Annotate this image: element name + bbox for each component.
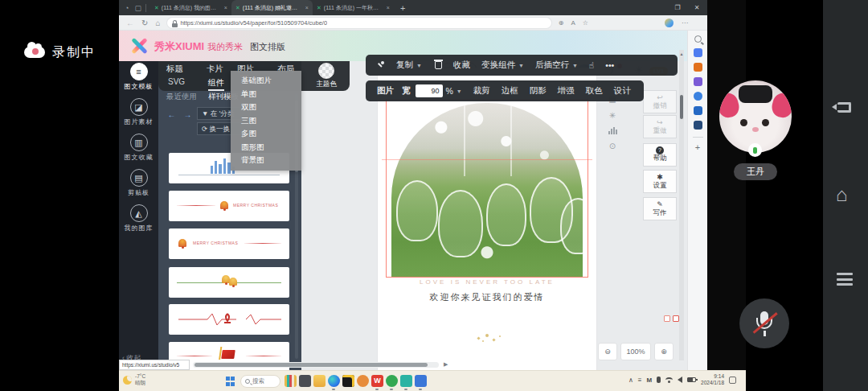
pick-color-button[interactable]: 取色 — [586, 85, 603, 97]
undo-button[interactable]: ↩ 撤销 — [643, 90, 677, 113]
caption-english[interactable]: LOVE IS NEVER TOO LATE — [378, 278, 596, 286]
home-icon[interactable]: ⌂ — [155, 19, 160, 27]
tab-close-icon[interactable]: × — [224, 5, 227, 10]
horizontal-scrollbar[interactable] — [193, 362, 439, 368]
menu-item-single-image[interactable]: 单图 — [231, 88, 301, 101]
crop-button[interactable]: 裁剪 — [473, 85, 490, 97]
sidebar-search-icon[interactable] — [694, 35, 702, 43]
template-card-gold-bells[interactable] — [169, 267, 289, 298]
taskbar-app-wps[interactable]: W — [371, 375, 383, 387]
insert-line-button[interactable]: 后插空行 — [535, 60, 569, 71]
taskbar-app-chat[interactable] — [357, 375, 369, 387]
window-close-button[interactable]: ✕ — [688, 0, 706, 15]
shadow-button[interactable]: 阴影 — [530, 85, 547, 97]
tab-component[interactable]: 组件 — [208, 77, 224, 91]
insert-caret-icon[interactable]: ▼ — [572, 63, 578, 68]
workspace-icon[interactable]: ◔ — [125, 4, 129, 12]
help-button[interactable]: ? 帮助 — [643, 143, 677, 167]
taskbar-app-wechat[interactable] — [386, 375, 398, 387]
tray-speaker-icon[interactable] — [678, 377, 682, 383]
window-restore-button[interactable]: ❐ — [669, 0, 686, 15]
sidebar-outlook-icon[interactable] — [694, 106, 702, 115]
tray-battery-icon[interactable] — [687, 377, 696, 382]
sidebar-people-icon[interactable] — [694, 77, 702, 86]
canvas-scrollbar[interactable]: ▲ — [679, 50, 684, 360]
hscroll-right-icon[interactable]: ▶ — [444, 361, 448, 368]
xiumi-logo[interactable] — [129, 36, 149, 56]
tab-close-icon[interactable]: × — [387, 5, 390, 10]
border-button[interactable]: 边框 — [502, 85, 518, 97]
rail-item-templates[interactable]: ≡ 图文模板 — [119, 63, 158, 91]
copy-button[interactable]: 复制 — [396, 60, 413, 71]
sidebar-shopping-icon[interactable] — [694, 63, 702, 72]
scrollbar-thumb[interactable] — [680, 95, 683, 119]
width-caret-icon[interactable]: ▼ — [457, 88, 462, 94]
tab-svg[interactable]: SVG — [168, 77, 185, 86]
tray-mic-icon[interactable] — [657, 377, 661, 383]
redo-button[interactable]: ↪ 重做 — [643, 115, 677, 138]
filter-tab-recent[interactable]: 最近使用 — [166, 92, 197, 102]
rail-item-image-assets[interactable]: ◪ 图片素材 — [119, 98, 158, 126]
webcam-avatar[interactable] — [719, 80, 792, 153]
element-copy-mini-icon[interactable] — [664, 315, 670, 322]
menu-item-double-image[interactable]: 双图 — [231, 101, 301, 114]
snowflake-icon[interactable]: ✳ — [606, 111, 619, 120]
favorite-button[interactable]: 收藏 — [453, 60, 470, 71]
zoom-out-button[interactable]: ⊖ — [598, 343, 617, 360]
transform-button[interactable]: 变换组件 — [481, 60, 515, 71]
android-home-icon[interactable]: ⌂ — [836, 183, 848, 206]
menu-item-multi-image[interactable]: 多图 — [231, 127, 301, 141]
zoom-in-button[interactable]: ⊕ — [654, 343, 674, 360]
taskbar-app-folder[interactable] — [313, 375, 326, 387]
toolbar-more-icon[interactable]: ••• — [605, 60, 614, 70]
tab-card[interactable]: 卡片 — [207, 64, 223, 75]
back-icon[interactable]: ← — [126, 19, 134, 27]
editor-page[interactable]: LOVE IS NEVER TOO LATE 欢迎你来见证我们的爱情 — [378, 68, 596, 370]
drag-hand-icon[interactable]: ☝ — [589, 60, 594, 70]
width-input[interactable]: 90 — [416, 84, 443, 97]
writing-button[interactable]: ✎ 写作 — [643, 197, 677, 220]
menu-item-background-image[interactable]: 背景图 — [231, 154, 301, 167]
menu-my-xiumi[interactable]: 我的秀米 — [207, 41, 243, 53]
weather-widget[interactable]: -7°C晴朗 — [123, 373, 145, 386]
eye-icon[interactable]: ⊙ — [606, 142, 619, 150]
android-back-icon[interactable] — [837, 102, 851, 113]
taskbar-app-office[interactable] — [342, 375, 354, 387]
settings-button[interactable]: ✱ 设置 — [643, 170, 677, 193]
taskbar-search[interactable]: 搜索 — [240, 375, 280, 388]
copy-caret-icon[interactable]: ▼ — [416, 63, 422, 68]
menu-item-circle-image[interactable]: 圆形图 — [231, 141, 301, 154]
template-card-christmas-2[interactable]: MERRY CHRISTMAS — [169, 228, 289, 259]
transform-caret-icon[interactable]: ▼ — [518, 63, 524, 68]
address-bar[interactable]: https://xiumi.us/studio/v54/paper/for/51… — [167, 18, 551, 28]
read-aloud-icon[interactable]: A — [571, 19, 575, 27]
menu-layout[interactable]: 图文排版 — [250, 41, 285, 53]
tab-close-icon[interactable]: × — [305, 5, 309, 10]
next-arrow-icon[interactable]: → — [182, 109, 194, 120]
design-button[interactable]: 设计 — [614, 85, 631, 97]
favorite-star-icon[interactable]: ☆ — [583, 19, 588, 27]
tray-ime-icon[interactable]: ≡ — [638, 377, 642, 384]
new-tab-button[interactable]: + — [400, 3, 405, 13]
scroll-up-icon[interactable]: ▲ — [679, 51, 684, 56]
taskbar-app-video[interactable] — [415, 375, 427, 387]
browser-tab-1[interactable]: ✕ (111 条消息) 我的图文 - 秀米XIU × — [150, 0, 231, 15]
android-recents-icon[interactable] — [837, 273, 853, 289]
sidebar-wallet-icon[interactable] — [694, 121, 702, 130]
taskbar-app-meeting[interactable] — [400, 375, 412, 387]
tray-wifi-icon[interactable] — [665, 377, 673, 383]
template-card-christmas-1[interactable]: MERRY CHRISTMAS — [169, 191, 289, 221]
notification-center-icon[interactable] — [729, 377, 736, 384]
menu-item-basic-image[interactable]: 基础图片 — [231, 74, 301, 88]
browser-more-icon[interactable]: ⋯ — [682, 19, 688, 27]
sidebar-add-icon[interactable]: + — [688, 142, 707, 152]
delete-icon[interactable] — [435, 61, 442, 69]
enhance-button[interactable]: 增强 — [558, 85, 575, 97]
zoom-level[interactable]: 100% — [620, 343, 651, 360]
tray-expand-icon[interactable]: ∧ — [628, 377, 633, 384]
browser-tab-3[interactable]: ✕ (111 条消息) 一年秋意君远记 × — [313, 0, 394, 15]
prev-arrow-icon[interactable]: ← — [166, 109, 178, 120]
tray-m-icon[interactable]: M — [646, 377, 652, 384]
menu-item-triple-image[interactable]: 三图 — [231, 114, 301, 128]
rail-item-favorites[interactable]: ▥ 图文收藏 — [119, 134, 158, 162]
